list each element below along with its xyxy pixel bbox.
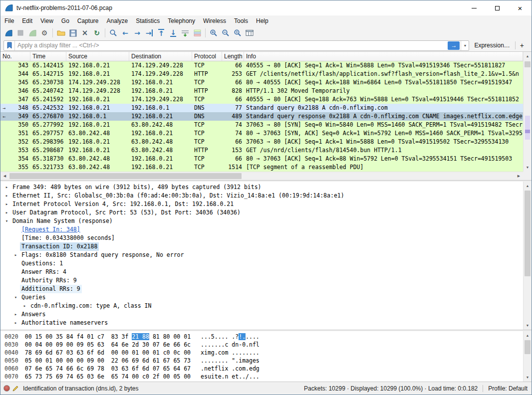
hex-row[interactable]: 006007 6e 65 74 66 6c 69 78 03 63 6f 6d … [4,365,523,373]
filter-history-dropdown[interactable]: ▼ [461,41,469,50]
zoom-out-button[interactable] [220,27,232,39]
menu-item-telephony[interactable]: Telephony [164,15,199,26]
scrollbar-thumb[interactable] [525,61,531,67]
start-capture-button[interactable] [2,27,14,39]
hex-row[interactable]: 002000 15 00 35 84 f4 01 c7 83 3f 21 88 … [4,333,523,341]
expander-icon[interactable]: ▸ [2,192,11,200]
scroll-down-button[interactable]: ▼ [524,321,532,330]
col-time[interactable]: Time [30,52,66,61]
go-first-packet-button[interactable]: ↑ [155,27,167,39]
detail-row[interactable]: ▸User Datagram Protocol, Src Port: 53 (5… [2,208,523,217]
apply-filter-button[interactable]: → [448,41,460,50]
packet-list-vscrollbar[interactable]: ▲ ▼ [523,52,532,172]
packet-row[interactable]: 347 65.241592 192.168.0.21 174.129.249.2… [0,95,523,104]
scroll-up-button[interactable]: ▲ [524,182,532,190]
capture-comment-icon[interactable] [12,385,19,392]
detail-row[interactable]: [Time: 0.034338000 seconds] [2,234,523,242]
minimize-button[interactable] [463,0,486,15]
detail-row[interactable]: Authority RRs: 9 [2,276,523,285]
add-filter-button[interactable]: + [516,41,529,49]
hex-row[interactable]: 005005 00 01 00 00 00 09 00 22 06 69 6d … [4,357,523,365]
packet-row[interactable]: 344 65.142715 192.168.0.21 174.129.249.2… [0,70,523,78]
detail-row[interactable]: ▸Flags: 0x8180 Standard query response, … [2,251,523,259]
save-file-button[interactable] [67,27,79,39]
menu-item-help[interactable]: Help [252,15,272,26]
go-back-button[interactable]: ← [119,27,131,39]
scroll-up-button[interactable]: ▲ [524,52,532,60]
hex-ascii[interactable]: .netflix .com.edg [201,365,260,373]
detail-row[interactable]: Additional RRs: 9 [2,285,523,293]
expander-icon[interactable]: ▸ [2,208,11,217]
expression-button[interactable]: Expression… [469,42,515,49]
detail-row[interactable]: ▸Frame 349: 489 bytes on wire (3912 bits… [2,183,523,192]
close-button[interactable]: × [509,0,532,15]
scroll-up-button[interactable]: ▲ [524,331,532,340]
hex-bytes[interactable]: 78 69 6d 67 03 63 6f 6d 00 00 01 00 01 c… [25,349,191,357]
detail-row[interactable]: ▸Answers [2,310,523,319]
packet-row[interactable]: 352 65.298396 192.168.0.21 63.80.242.48 … [0,138,523,146]
expander-icon[interactable]: ▸ [11,319,20,327]
hex-row[interactable]: 004078 69 6d 67 03 63 6f 6d 00 00 01 00 … [4,349,523,357]
profile-text[interactable]: Profile: Default [488,385,528,392]
scrollbar-thumb[interactable] [525,340,531,354]
col-length[interactable]: Length [222,52,244,61]
maximize-button[interactable] [486,0,509,15]
detail-row[interactable]: ▸cdn-0.nflximg.com: type A, class IN [2,302,523,310]
menu-item-statistics[interactable]: Statistics [132,15,164,26]
col-destination[interactable]: Destination [129,52,192,61]
scroll-left-button[interactable]: ◀ [0,172,9,180]
hex-ascii[interactable]: esuite.n et../... [201,373,260,381]
expander-icon[interactable]: ▾ [11,293,20,302]
menu-item-tools[interactable]: Tools [230,15,252,26]
zoom-in-button[interactable] [208,27,220,39]
menu-item-view[interactable]: View [36,15,57,26]
scroll-down-button[interactable]: ▼ [524,373,532,382]
filter-bookmark-button[interactable] [4,41,15,50]
menu-item-edit[interactable]: Edit [18,15,36,26]
packet-row[interactable]: →348 65.242532 192.168.0.21 192.168.0.1 … [0,104,523,112]
hex-ascii[interactable]: ximg.com ........ [201,349,260,357]
scrollbar-thumb[interactable] [9,173,242,179]
menu-item-capture[interactable]: Capture [73,15,103,26]
detail-row-selected-field[interactable]: Transaction ID: 0x2188 [2,242,523,251]
packet-row[interactable]: 345 65.230738 174.129.249.228 192.168.0.… [0,78,523,87]
detail-text[interactable]: [Request In: 348] [20,225,82,234]
expander-icon[interactable]: ▾ [2,217,11,225]
packet-list-hscrollbar[interactable]: ◀ ▶ [0,172,523,180]
hex-bytes[interactable]: 65 73 75 69 74 65 03 6e 65 74 00 c0 2f 0… [25,373,191,381]
hex-ascii[interactable]: ........ ".images [201,357,260,365]
packet-row[interactable]: 353 65.298687 192.168.0.21 63.80.242.48 … [0,146,523,155]
stop-capture-button[interactable] [14,27,26,39]
capture-options-button[interactable]: ⚙ [38,27,50,39]
packet-row[interactable]: 354 65.318730 63.80.242.48 192.168.0.21 … [0,155,523,163]
col-source[interactable]: Source [66,52,129,61]
menu-item-go[interactable]: Go [57,15,73,26]
hex-bytes[interactable]: 05 00 01 00 00 00 09 00 22 06 69 6d 61 6… [25,357,191,365]
detail-row[interactable]: ▾Domain Name System (response) [2,217,523,225]
hex-bytes[interactable]: 07 6e 65 74 66 6c 69 78 03 63 6f 6d 07 6… [25,365,191,373]
packet-row-selected[interactable]: ←349 65.276870 192.168.0.1 192.168.0.21 … [0,112,523,121]
go-last-packet-button[interactable]: ↓ [167,27,179,39]
scrollbar-thumb[interactable] [525,191,531,276]
hex-row[interactable]: 007065 73 75 69 74 65 03 6e 65 74 00 c0 … [4,373,523,381]
detail-row[interactable]: ▸Internet Protocol Version 4, Src: 192.1… [2,200,523,208]
col-protocol[interactable]: Protocol [192,52,222,61]
col-no[interactable]: No. [0,52,30,61]
detail-row[interactable]: Answer RRs: 4 [2,268,523,276]
col-info[interactable]: Info [244,52,523,61]
packet-row[interactable]: 351 65.297757 63.80.242.48 192.168.0.21 … [0,129,523,138]
expander-icon[interactable]: ▸ [2,183,11,192]
packet-row[interactable]: 343 65.142415 192.168.0.21 174.129.249.2… [0,61,523,70]
packet-row[interactable]: 355 65.321733 63.80.242.48 192.168.0.21 … [0,163,523,172]
colorize-button[interactable] [191,27,203,39]
expander-icon[interactable]: ▸ [20,302,29,310]
detail-row[interactable]: Questions: 1 [2,259,523,268]
expert-info-icon[interactable] [3,385,10,392]
go-to-packet-button[interactable]: → [143,27,155,39]
detail-row[interactable]: ▾Queries [2,293,523,302]
hex-bytes[interactable]: 00 15 00 35 84 f4 01 c7 83 3f 21 88 81 8… [25,333,191,341]
display-filter-input[interactable] [15,41,448,50]
hex-ascii[interactable]: ...5.... .?!..... [201,333,260,341]
hex-ascii[interactable]: .......c dn-0.nfl [201,341,260,349]
hex-bytes[interactable]: 00 04 00 09 00 09 05 63 64 6e 2d 30 07 6… [25,341,191,349]
